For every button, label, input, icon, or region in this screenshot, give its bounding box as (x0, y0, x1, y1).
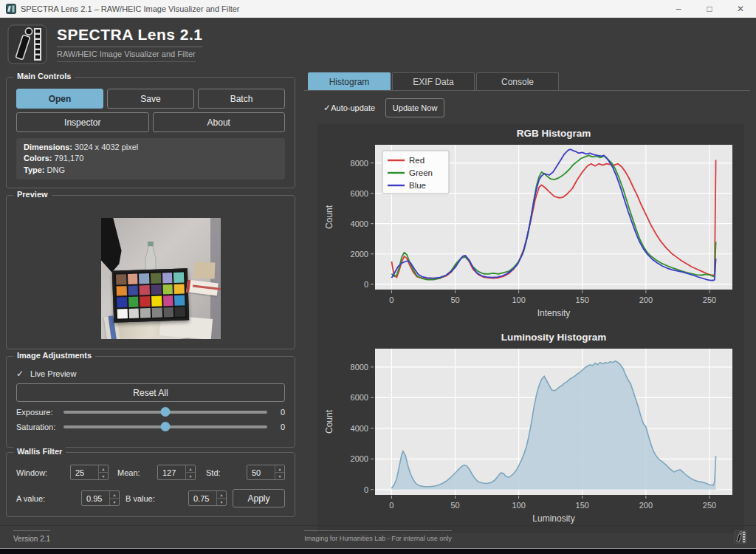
svg-text:8000: 8000 (351, 363, 368, 372)
tab-exif-data[interactable]: EXIF Data (392, 72, 475, 90)
svg-text:200: 200 (639, 295, 653, 304)
close-button[interactable]: ✕ (725, 0, 756, 18)
app-icon (6, 4, 16, 14)
window-title: SPECTRA Lens 2.1 – RAW/HEIC Image Visual… (21, 4, 240, 13)
status-center-label: Imaging for Humanities Lab - For interna… (304, 530, 452, 542)
svg-text:RGB Histogram: RGB Histogram (517, 128, 591, 139)
info-dimensions: Dimensions: 3024 x 4032 pixel (24, 142, 278, 153)
status-logo-icon (734, 529, 747, 545)
open-button[interactable]: Open (16, 89, 103, 109)
title-bar: SPECTRA Lens 2.1 – RAW/HEIC Image Visual… (0, 0, 756, 18)
main-controls-group: Main Controls Open Save Batch Inspector … (6, 77, 295, 188)
svg-text:Green: Green (409, 168, 433, 177)
svg-text:0: 0 (389, 295, 394, 304)
svg-text:150: 150 (576, 501, 589, 510)
right-panel: Histogram EXIF Data Console ✓ Auto-updat… (304, 72, 750, 525)
chart-panel: 05010015020025002000400060008000RGB Hist… (317, 124, 744, 533)
spin-down-icon[interactable]: ▾ (186, 473, 195, 479)
svg-text:Luminosity Histogram: Luminosity Histogram (501, 332, 607, 343)
exposure-row: Exposure: 0 (16, 408, 285, 417)
exposure-value: 0 (273, 408, 285, 417)
app-window: SPECTRA Lens 2.1 – RAW/HEIC Image Visual… (0, 0, 756, 554)
saturation-value: 0 (273, 423, 285, 431)
main-controls-title: Main Controls (13, 72, 75, 81)
a-value-label: A value: (16, 494, 81, 503)
apply-button[interactable]: Apply (233, 489, 285, 507)
status-bar: Version 2.1 Imaging for Humanities Lab -… (0, 525, 756, 548)
check-icon: ✓ (16, 369, 24, 379)
svg-text:4000: 4000 (351, 219, 368, 228)
svg-text:250: 250 (703, 501, 716, 510)
spin-up-icon[interactable]: ▴ (99, 465, 108, 473)
svg-text:50: 50 (450, 295, 459, 304)
inspector-button[interactable]: Inspector (16, 112, 149, 132)
tab-histogram[interactable]: Histogram (308, 72, 391, 90)
svg-text:50: 50 (450, 501, 459, 510)
window-spinbox[interactable]: 25 ▴▾ (70, 465, 109, 480)
spin-down-icon[interactable]: ▾ (99, 473, 108, 479)
saturation-slider[interactable] (63, 425, 267, 428)
svg-text:0: 0 (364, 280, 368, 289)
spin-down-icon[interactable]: ▾ (217, 499, 226, 505)
auto-update-label: Auto-update (331, 103, 375, 112)
b-value-label: B value: (126, 494, 188, 503)
tab-bar: Histogram EXIF Data Console (304, 72, 750, 90)
app-subtitle: RAW/HEIC Image Visualizer and Filter (57, 47, 196, 62)
preview-image (101, 218, 221, 339)
preview-title: Preview (13, 190, 52, 199)
b-value-spinbox[interactable]: 0.75 ▴▾ (188, 490, 227, 506)
svg-text:Red: Red (409, 156, 425, 165)
save-button[interactable]: Save (107, 89, 194, 109)
svg-text:0: 0 (389, 501, 394, 510)
batch-button[interactable]: Batch (198, 89, 285, 109)
svg-text:8000: 8000 (351, 159, 368, 168)
a-value-spinbox[interactable]: 0.95 ▴▾ (81, 490, 120, 506)
app-header: SPECTRA Lens 2.1 RAW/HEIC Image Visualiz… (0, 18, 756, 70)
svg-text:250: 250 (703, 295, 716, 304)
window-label: Window: (16, 468, 70, 477)
svg-text:6000: 6000 (351, 189, 368, 198)
luminosity-histogram-chart: 05010015020025002000400060008000Luminosi… (317, 328, 744, 530)
spin-up-icon[interactable]: ▴ (275, 465, 284, 473)
maximize-button[interactable]: □ (694, 0, 725, 18)
spin-up-icon[interactable]: ▴ (186, 465, 195, 473)
app-title: SPECTRA Lens 2.1 (57, 26, 202, 47)
info-type: Type: DNG (24, 165, 278, 176)
spin-down-icon[interactable]: ▾ (275, 473, 284, 479)
spin-up-icon[interactable]: ▴ (110, 491, 119, 499)
color-checker (112, 268, 189, 323)
auto-update-checkbox[interactable]: ✓ Auto-update (323, 103, 375, 113)
live-preview-label: Live Preview (30, 369, 76, 378)
photo-tan-card (194, 262, 216, 279)
std-label: Std: (206, 468, 247, 477)
image-info-box: Dimensions: 3024 x 4032 pixel Colors: 79… (16, 138, 285, 179)
std-spinbox[interactable]: 50 ▴▾ (247, 465, 285, 480)
wallis-filter-title: Wallis Filter (13, 447, 66, 456)
svg-text:100: 100 (512, 295, 525, 304)
spin-down-icon[interactable]: ▾ (110, 499, 119, 505)
saturation-label: Saturation: (16, 423, 58, 431)
svg-text:200: 200 (639, 501, 653, 510)
saturation-slider-handle[interactable] (161, 422, 171, 431)
svg-text:150: 150 (576, 295, 589, 304)
svg-text:2000: 2000 (351, 250, 368, 259)
svg-text:0: 0 (364, 485, 368, 494)
spin-up-icon[interactable]: ▴ (217, 491, 226, 499)
svg-text:6000: 6000 (351, 393, 368, 402)
update-now-button[interactable]: Update Now (385, 98, 444, 117)
svg-text:4000: 4000 (351, 424, 368, 433)
app-logo-icon (7, 24, 47, 64)
svg-text:100: 100 (512, 501, 525, 510)
info-colors: Colors: 791,170 (24, 153, 278, 164)
image-adjustments-group: Image Adjustments ✓ Live Preview Reset A… (6, 356, 295, 448)
window-controls: – □ ✕ (663, 0, 756, 18)
tab-console[interactable]: Console (476, 72, 559, 90)
window-bottom-edge (0, 548, 756, 554)
minimize-button[interactable]: – (663, 0, 694, 18)
reset-all-button[interactable]: Reset All (16, 383, 285, 402)
exposure-slider[interactable] (63, 411, 267, 414)
live-preview-checkbox[interactable]: ✓ Live Preview (16, 369, 285, 379)
about-button[interactable]: About (153, 112, 286, 132)
mean-spinbox[interactable]: 127 ▴▾ (157, 465, 196, 480)
exposure-slider-handle[interactable] (161, 407, 171, 417)
